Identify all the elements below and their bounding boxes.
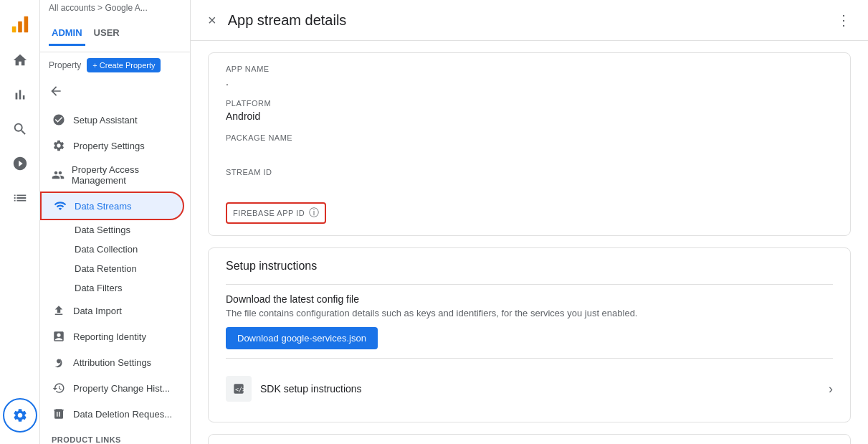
history-icon [52,381,66,395]
nav-tabs: ADMIN USER [40,16,190,52]
nav-item-property-change-hist-label: Property Change Hist... [73,383,170,394]
close-button[interactable]: × [208,12,216,29]
nav-sub-item-data-collection[interactable]: Data Collection [40,240,190,259]
nav-item-reporting-identity[interactable]: Reporting Identity [40,323,184,349]
sdk-symbol-icon: </> [232,382,246,396]
sidebar-item-explore[interactable] [3,112,37,146]
target-icon [12,156,28,171]
tab-admin[interactable]: ADMIN [49,22,85,46]
download-config-title: Download the latest config file [226,293,833,305]
app-stream-details-drawer: × App stream details ⋮ APP NAME . PLATFO… [191,0,868,444]
nav-item-data-streams[interactable]: Data Streams [40,192,184,220]
bar-chart-icon [12,87,28,103]
nav-sub-item-data-retention[interactable]: Data Retention [40,259,190,278]
gear-icon [12,407,28,423]
section-divider-2 [226,358,833,359]
reporting-icon [52,329,66,344]
drawer-title: App stream details [228,12,836,29]
sidebar-item-advertising[interactable] [3,146,37,181]
settings-icon [52,138,66,153]
analytics-logo-icon [10,14,30,34]
nav-item-attribution-settings[interactable]: Attribution Settings [40,349,184,375]
additional-settings-card: Additional Settings Measurement Protocol… [208,434,851,444]
package-name-label: PACKAGE NAME [226,133,833,142]
wifi-icon [53,199,67,213]
sdk-icon: </> [226,376,252,402]
firebase-app-id-box[interactable]: FIREBASE APP ID ⓘ [226,202,326,224]
download-config-desc: The file contains configuration details … [226,308,833,318]
svg-rect-0 [11,27,16,32]
app-logo [4,6,36,43]
download-google-services-button[interactable]: Download google-services.json [226,327,378,349]
create-property-button[interactable]: + Create Property [87,58,161,72]
sidebar-item-reports[interactable] [3,77,37,112]
nav-sub-item-data-filters-label: Data Filters [75,283,122,293]
sidebar-item-home[interactable] [3,43,37,77]
svg-text:</>: </> [235,386,246,393]
upload-icon [52,303,66,318]
nav-item-property-access-label: Property Access Management [72,164,176,186]
nav-sub-item-data-retention-label: Data Retention [75,263,137,274]
sidebar-item-configure[interactable] [3,181,37,215]
nav-item-property-access[interactable]: Property Access Management [40,159,184,192]
nav-section-main: Setup Assistant Property Settings Proper… [40,104,190,444]
sdk-chevron-right-icon: › [829,382,833,397]
section-divider [226,284,833,285]
nav-sub-item-data-settings-label: Data Settings [75,225,130,235]
setup-instructions-card: Setup instructions Download the latest c… [208,247,851,422]
search-icon [12,121,28,137]
stream-info-card: APP NAME . PLATFORM Android PACKAGE NAME… [208,52,851,236]
nav-item-setup-assistant[interactable]: Setup Assistant [40,107,184,133]
setup-instructions-title: Setup instructions [226,260,833,273]
sdk-setup-row[interactable]: </> SDK setup instructions › [226,367,833,410]
attribution-icon [52,355,66,369]
platform-value: Android [226,110,833,125]
home-icon [12,52,28,68]
nav-item-data-import-label: Data Import [73,306,122,316]
drawer-header: × App stream details ⋮ [191,0,868,41]
nav-item-property-change-hist[interactable]: Property Change Hist... [40,375,184,401]
nav-item-data-import[interactable]: Data Import [40,298,184,323]
platform-label: PLATFORM [226,99,833,108]
nav-item-data-streams-label: Data Streams [75,201,131,212]
stream-id-value [226,179,833,194]
firebase-app-id-help-icon: ⓘ [309,207,319,219]
app-name-value: . [226,76,833,90]
nav-item-property-settings-label: Property Settings [73,141,145,151]
nav-item-data-deletion-label: Data Deletion Reques... [73,409,172,420]
sidebar-icon-panel [0,0,40,444]
nav-item-attribution-settings-label: Attribution Settings [73,357,151,368]
package-name-value [226,145,833,159]
check-circle-icon [52,113,66,127]
nav-item-setup-assistant-label: Setup Assistant [73,115,138,126]
sdk-setup-label: SDK setup instructions [260,383,829,395]
nav-item-reporting-identity-label: Reporting Identity [73,331,146,342]
svg-rect-1 [18,22,22,32]
more-options-button[interactable]: ⋮ [836,11,851,29]
left-nav-panel: All accounts > Google A... ADMIN USER Pr… [40,0,191,444]
nav-sub-item-data-settings[interactable]: Data Settings [40,220,190,240]
product-links-section-label: PRODUCT LINKS [40,427,190,444]
stream-id-label: STREAM ID [226,168,833,176]
sidebar-bottom [0,392,43,438]
svg-rect-2 [24,16,28,32]
people-icon [52,168,65,182]
nav-item-property-settings[interactable]: Property Settings [40,133,184,159]
tab-user[interactable]: USER [91,22,123,46]
list-icon [12,190,28,206]
delete-icon [52,407,66,421]
sidebar-item-settings[interactable] [3,398,37,433]
nav-item-data-deletion[interactable]: Data Deletion Reques... [40,401,184,427]
firebase-app-id-label: FIREBASE APP ID [233,209,305,217]
back-button[interactable] [40,78,190,104]
property-label: Property [49,60,81,70]
nav-sub-item-data-filters[interactable]: Data Filters [40,278,190,298]
app-name-label: APP NAME [226,65,833,73]
back-arrow-icon [49,84,63,98]
breadcrumb: All accounts > Google A... [40,0,190,16]
nav-sub-item-data-collection-label: Data Collection [75,244,138,255]
property-row: Property + Create Property [40,52,190,78]
